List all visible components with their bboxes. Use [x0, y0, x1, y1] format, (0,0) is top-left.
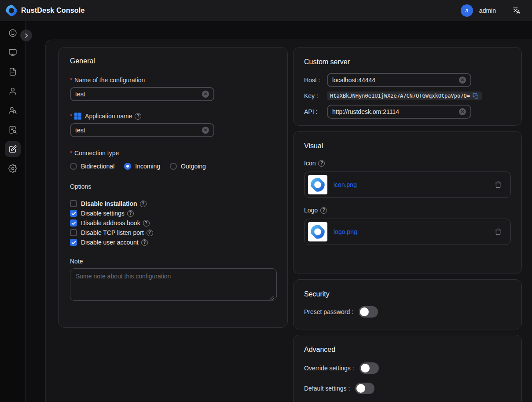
radio-bidirectional[interactable]: Bidirectional: [70, 163, 114, 170]
radio-label: Outgoing: [181, 163, 206, 170]
name-field: ✕: [70, 87, 214, 101]
monitor-icon: [5, 44, 21, 60]
sidebar-item-audit-logs[interactable]: [0, 120, 26, 139]
host-field: ✕: [327, 73, 471, 87]
sidebar-item-users[interactable]: [0, 81, 26, 101]
sidebar-item-custom-clients[interactable]: [0, 139, 26, 159]
app-title: RustDesk Console: [21, 7, 85, 15]
preset-password-toggle[interactable]: [359, 306, 378, 318]
checkbox-box: [70, 219, 77, 227]
required-asterisk: *: [70, 150, 72, 156]
edit-icon: [5, 141, 21, 157]
icon-thumbnail: [308, 175, 327, 194]
radio-incoming[interactable]: Incoming: [124, 163, 160, 170]
general-card: General * Name of the configuration ✕ * …: [58, 47, 288, 328]
checkbox-disable-user-account[interactable]: Disable user account ?: [70, 238, 276, 247]
override-settings-label: Override settings :: [304, 365, 354, 372]
icon-label: Icon: [304, 160, 316, 167]
trash-icon[interactable]: [495, 181, 502, 188]
help-icon[interactable]: ?: [320, 207, 327, 214]
clear-icon[interactable]: ✕: [202, 91, 209, 98]
radio-circle: [70, 163, 77, 170]
trash-icon[interactable]: [495, 228, 502, 235]
topbar: RustDesk Console a admin: [0, 0, 532, 21]
app-name-label: Application name: [85, 113, 132, 120]
help-icon[interactable]: ?: [141, 239, 148, 246]
checkbox-disable-settings[interactable]: Disable settings ?: [70, 208, 276, 218]
icon-file-row: icon.png: [304, 172, 511, 198]
help-icon[interactable]: ?: [140, 201, 147, 207]
copy-icon[interactable]: [473, 93, 479, 99]
api-field: ✕: [327, 105, 471, 119]
preset-password-label: Preset password :: [304, 308, 353, 315]
checkbox-box: [70, 210, 77, 217]
chevron-right-icon: [24, 33, 29, 38]
radio-circle: [170, 163, 177, 170]
help-icon[interactable]: ?: [147, 230, 153, 236]
file-search-icon: [5, 122, 21, 138]
checkbox-label: Disable installation: [81, 200, 137, 207]
checkbox-disable-tcp-listen-port[interactable]: Disable TCP listen port ?: [70, 228, 276, 238]
options-label: Options: [70, 183, 276, 190]
host-input[interactable]: [332, 77, 459, 84]
user-search-icon: [5, 102, 21, 118]
advanced-title: Advanced: [304, 346, 511, 354]
help-icon[interactable]: ?: [127, 210, 134, 217]
username: admin: [479, 7, 496, 14]
sidebar: [0, 21, 26, 402]
logo-file-row: logo.png: [304, 219, 511, 245]
required-asterisk: *: [70, 113, 72, 119]
checkbox-box: [70, 239, 77, 246]
radio-label: Bidirectional: [81, 163, 114, 170]
main-panel: General * Name of the configuration ✕ * …: [45, 40, 532, 402]
api-input[interactable]: [332, 108, 459, 115]
clear-icon[interactable]: ✕: [202, 127, 209, 134]
sidebar-expand-button[interactable]: [20, 29, 32, 41]
note-textarea[interactable]: [70, 268, 277, 301]
gear-icon: [5, 161, 21, 176]
help-icon[interactable]: ?: [135, 113, 141, 120]
sidebar-item-documents[interactable]: [0, 62, 26, 81]
security-card: Security Preset password :: [293, 279, 522, 329]
avatar[interactable]: a: [461, 4, 473, 17]
toggle-knob: [361, 364, 370, 373]
override-settings-toggle[interactable]: [360, 362, 379, 374]
toggle-knob: [360, 307, 369, 316]
sidebar-item-groups[interactable]: [0, 101, 26, 120]
checkbox-disable-installation[interactable]: Disable installation ?: [70, 199, 276, 208]
security-title: Security: [304, 290, 511, 298]
icon-file-link[interactable]: icon.png: [334, 181, 357, 188]
name-input[interactable]: [75, 91, 202, 98]
translate-icon[interactable]: [512, 6, 521, 15]
key-value: HtaXBkJNHyn0e1U1jWXze7A7CN7QTGWqxkOtpaVp…: [330, 93, 470, 99]
radio-outgoing[interactable]: Outgoing: [170, 163, 206, 170]
custom-server-card: Custom server Host : ✕ Key : HtaXBkJNHyn…: [293, 47, 522, 126]
options-group: Disable installation ? Disable settings …: [70, 199, 276, 247]
help-icon[interactable]: ?: [318, 160, 325, 167]
radio-circle: [124, 163, 131, 170]
toggle-knob: [356, 384, 365, 393]
connection-type-group: Bidirectional Incoming Outgoing: [70, 163, 276, 170]
rustdesk-logo: [5, 4, 18, 17]
help-icon[interactable]: ?: [143, 220, 150, 227]
sidebar-item-settings[interactable]: [0, 159, 26, 178]
sidebar-item-devices[interactable]: [0, 43, 26, 62]
visual-title: Visual: [304, 142, 511, 150]
app-name-field: ✕: [70, 123, 214, 137]
app-name-input[interactable]: [75, 127, 202, 134]
key-label: Key :: [304, 92, 327, 99]
default-settings-toggle[interactable]: [355, 383, 374, 394]
checkbox-box: [70, 229, 77, 236]
checkbox-label: Disable settings: [81, 210, 125, 217]
api-label: API :: [304, 108, 327, 115]
key-field: HtaXBkJNHyn0e1U1jWXze7A7CN7QTGWqxkOtpaVp…: [327, 91, 482, 100]
clear-icon[interactable]: ✕: [459, 77, 466, 84]
connection-type-label: Connection type: [74, 150, 119, 157]
user-icon: [5, 83, 21, 99]
checkbox-label: Disable user account: [81, 239, 139, 246]
checkbox-disable-address-book[interactable]: Disable address book ?: [70, 218, 276, 228]
windows-icon: [74, 113, 81, 120]
logo-file-link[interactable]: logo.png: [334, 228, 357, 235]
host-label: Host :: [304, 77, 327, 84]
clear-icon[interactable]: ✕: [459, 108, 466, 115]
